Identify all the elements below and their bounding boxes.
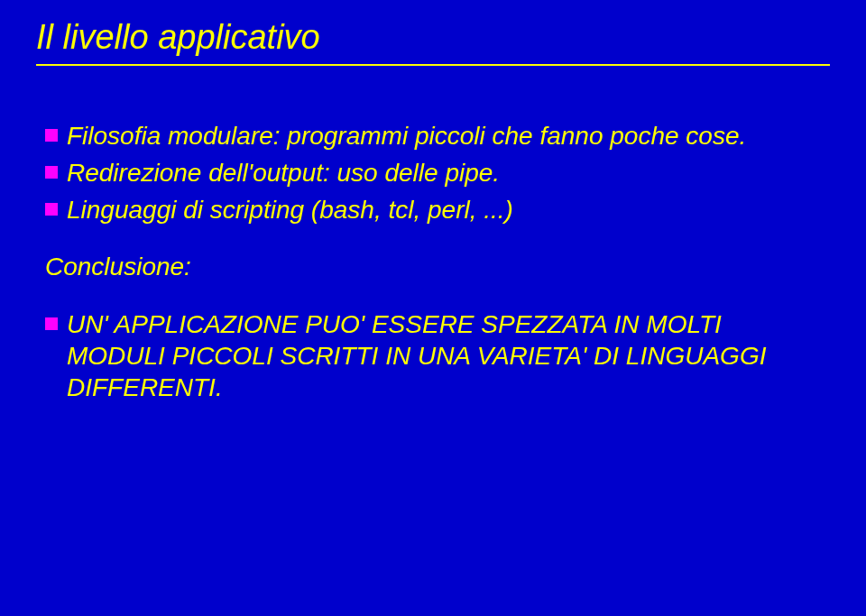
- slide-title: Il livello applicativo: [36, 18, 830, 57]
- bullet-square-icon: [45, 317, 58, 330]
- bullet-text: Filosofia modulare: programmi piccoli ch…: [67, 120, 746, 152]
- conclusion-label: Conclusione:: [45, 253, 830, 281]
- bullet-square-icon: [45, 129, 58, 142]
- bullet-item: Redirezione dell'output: uso delle pipe.: [45, 157, 830, 188]
- content-area: Filosofia modulare: programmi piccoli ch…: [45, 120, 830, 403]
- bullet-item: Filosofia modulare: programmi piccoli ch…: [45, 120, 830, 152]
- bullet-text: Linguaggi di scripting (bash, tcl, perl,…: [67, 194, 513, 225]
- bullet-text: Redirezione dell'output: uso delle pipe.: [67, 157, 500, 188]
- conclusion-line3: DIFFERENTI.: [67, 373, 223, 401]
- bullet-item: Linguaggi di scripting (bash, tcl, perl,…: [45, 194, 830, 225]
- bullet-square-icon: [45, 203, 58, 216]
- title-underline: [36, 64, 830, 66]
- bullet-square-icon: [45, 166, 58, 179]
- conclusion-bullet-text: UN' APPLICAZIONE PUO' ESSERE SPEZZATA IN…: [67, 308, 766, 403]
- conclusion-line1: UN' APPLICAZIONE PUO' ESSERE SPEZZATA IN…: [67, 310, 722, 338]
- slide: Il livello applicativo Filosofia modular…: [0, 0, 866, 616]
- conclusion-bullet-item: UN' APPLICAZIONE PUO' ESSERE SPEZZATA IN…: [45, 308, 830, 403]
- conclusion-line2: MODULI PICCOLI SCRITTI IN UNA VARIETA' D…: [67, 342, 766, 370]
